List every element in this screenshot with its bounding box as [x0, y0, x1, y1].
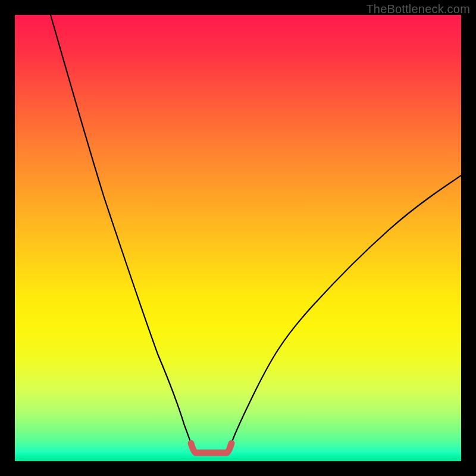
curve-right-path	[231, 176, 461, 443]
chart-svg	[15, 15, 461, 461]
watermark-text: TheBottleneck.com	[366, 2, 470, 16]
chart-frame: TheBottleneck.com	[0, 0, 476, 476]
plot-area	[15, 15, 461, 461]
bottom-bracket-path	[191, 443, 231, 453]
curve-left-path	[51, 15, 191, 443]
